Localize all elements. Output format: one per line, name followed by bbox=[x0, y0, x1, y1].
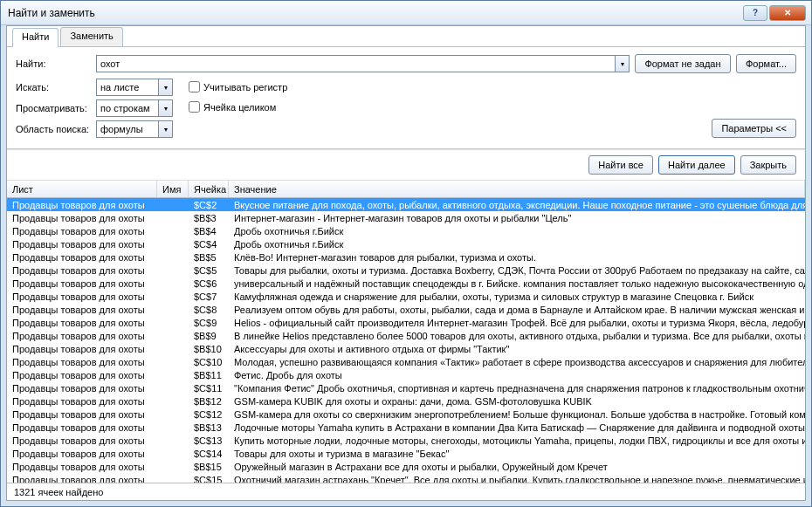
table-row[interactable]: Продавцы товаров для охоты$B$10Аксессуар… bbox=[7, 342, 805, 355]
cell-value: Клёв-Во! Интернет-магазин товаров для ры… bbox=[229, 252, 805, 263]
cell-sheet: Продавцы товаров для охоты bbox=[7, 331, 157, 341]
direction-value bbox=[97, 100, 158, 116]
cell-sheet: Продавцы товаров для охоты bbox=[7, 213, 157, 223]
col-value[interactable]: Значение bbox=[229, 181, 805, 197]
table-row[interactable]: Продавцы товаров для охоты$C$8Реализуем … bbox=[7, 303, 805, 316]
search-in-select[interactable]: ▾ bbox=[96, 79, 173, 96]
table-row[interactable]: Продавцы товаров для охоты$C$4Дробь охот… bbox=[7, 237, 805, 250]
table-row[interactable]: Продавцы товаров для охоты$C$14Товары дл… bbox=[7, 447, 805, 460]
table-row[interactable]: Продавцы товаров для охоты$C$2Вкусное пи… bbox=[7, 198, 805, 211]
table-row[interactable]: Продавцы товаров для охоты$B$13Лодочные … bbox=[7, 421, 805, 434]
table-row[interactable]: Продавцы товаров для охоты$B$12GSM-камер… bbox=[7, 394, 805, 408]
window-close-button[interactable]: ✕ bbox=[769, 5, 806, 21]
cell-sheet: Продавцы товаров для охоты bbox=[7, 370, 157, 380]
cell-ref: $B$4 bbox=[189, 226, 229, 236]
results-body[interactable]: Продавцы товаров для охоты$C$2Вкусное пи… bbox=[7, 198, 805, 483]
col-name[interactable]: Имя bbox=[157, 181, 189, 197]
search-in-value bbox=[97, 79, 158, 95]
cell-value: Интернет-магазин - Интернет-магазин това… bbox=[229, 213, 805, 223]
table-row[interactable]: Продавцы товаров для охоты$C$9Helios - о… bbox=[7, 316, 805, 329]
table-row[interactable]: Продавцы товаров для охоты$C$6универсаль… bbox=[7, 277, 805, 290]
chevron-down-icon[interactable]: ▾ bbox=[158, 79, 172, 95]
table-row[interactable]: Продавцы товаров для охоты$B$11Фетис. Др… bbox=[7, 368, 805, 381]
lookin-select[interactable]: ▾ bbox=[96, 120, 173, 138]
chevron-down-icon[interactable]: ▾ bbox=[158, 121, 172, 137]
cell-ref: $C$14 bbox=[189, 449, 229, 459]
cell-sheet: Продавцы товаров для охоты bbox=[7, 291, 157, 302]
find-next-button[interactable]: Найти далее bbox=[658, 155, 735, 175]
direction-label: Просматривать: bbox=[16, 103, 96, 113]
table-row[interactable]: Продавцы товаров для охоты$C$11"Компания… bbox=[7, 381, 805, 394]
cell-value: Лодочные моторы Yamaha купить в Астрахан… bbox=[229, 422, 805, 433]
whole-cell-input[interactable] bbox=[189, 101, 200, 113]
format-status-button[interactable]: Формат не задан bbox=[635, 54, 731, 73]
cell-value: Купить моторные лодки, лодочные моторы, … bbox=[229, 435, 805, 446]
table-row[interactable]: Продавцы товаров для охоты$C$10Молодая, … bbox=[7, 355, 805, 368]
action-row: Найти все Найти далее Закрыть bbox=[7, 149, 805, 181]
titlebar: Найти и заменить ? ✕ bbox=[1, 1, 811, 25]
direction-select[interactable]: ▾ bbox=[96, 99, 173, 117]
cell-sheet: Продавцы товаров для охоты bbox=[7, 422, 157, 433]
cell-ref: $B$13 bbox=[189, 422, 229, 433]
cell-value: Реализуем оптом обувь для работы, охоты,… bbox=[229, 305, 805, 315]
tab-find[interactable]: Найти bbox=[12, 28, 58, 47]
table-row[interactable]: Продавцы товаров для охоты$C$15Охотничий… bbox=[7, 473, 805, 483]
close-button[interactable]: Закрыть bbox=[740, 155, 796, 175]
table-row[interactable]: Продавцы товаров для охоты$C$7Камуфляжна… bbox=[7, 290, 805, 303]
cell-sheet: Продавцы товаров для охоты bbox=[7, 409, 157, 420]
table-row[interactable]: Продавцы товаров для охоты$B$15Оружейный… bbox=[7, 460, 805, 473]
cell-ref: $B$12 bbox=[189, 396, 229, 407]
cell-value: Камуфляжная одежда и снаряжение для рыба… bbox=[229, 291, 805, 302]
cell-value: В линейке Helios представлено более 5000… bbox=[229, 331, 805, 341]
table-row[interactable]: Продавцы товаров для охоты$C$5Товары для… bbox=[7, 264, 805, 277]
lookin-value bbox=[97, 121, 158, 137]
cell-sheet: Продавцы товаров для охоты bbox=[7, 305, 157, 315]
cell-ref: $C$11 bbox=[189, 383, 229, 394]
find-all-button[interactable]: Найти все bbox=[588, 155, 653, 175]
cell-ref: $B$11 bbox=[189, 370, 229, 380]
table-row[interactable]: Продавцы товаров для охоты$C$13Купить мо… bbox=[7, 434, 805, 447]
cell-ref: $C$10 bbox=[189, 357, 229, 367]
cell-ref: $C$15 bbox=[189, 475, 229, 483]
table-row[interactable]: Продавцы товаров для охоты$B$5Клёв-Во! И… bbox=[7, 250, 805, 264]
match-case-input[interactable] bbox=[189, 81, 200, 92]
parameters-button[interactable]: Параметры << bbox=[712, 119, 796, 138]
cell-sheet: Продавцы товаров для охоты bbox=[7, 435, 157, 446]
cell-value: Товары для охоты и туризма в магазине "Б… bbox=[229, 449, 805, 459]
cell-value: Вкусное питание для похода, охоты, рыбал… bbox=[229, 200, 805, 210]
cell-sheet: Продавцы товаров для охоты bbox=[7, 357, 157, 367]
format-button[interactable]: Формат... bbox=[736, 54, 796, 73]
help-button[interactable]: ? bbox=[743, 5, 767, 21]
cell-value: Товары для рыбалки, охоты и туризма. Дос… bbox=[229, 265, 805, 276]
status-bar: 1321 ячеек найдено bbox=[7, 483, 805, 500]
whole-cell-checkbox[interactable]: Ячейка целиком bbox=[185, 99, 287, 115]
cell-value: Оружейный магазин в Астрахани все для ох… bbox=[229, 462, 805, 472]
cell-value: Охотничий магазин астрахань "Кречет". Вс… bbox=[229, 475, 805, 483]
whole-cell-label: Ячейка целиком bbox=[203, 102, 276, 113]
table-row[interactable]: Продавцы товаров для охоты$B$3Интернет-м… bbox=[7, 211, 805, 224]
tab-replace[interactable]: Заменить bbox=[60, 27, 122, 46]
cell-value: Аксессуары для охоты и активного отдыха … bbox=[229, 344, 805, 354]
find-input-wrap: ▾ bbox=[96, 55, 630, 72]
cell-ref: $C$2 bbox=[189, 200, 229, 210]
cell-value: универсальный и надёжный поставщик спецо… bbox=[229, 278, 805, 289]
cell-sheet: Продавцы товаров для охоты bbox=[7, 239, 157, 250]
table-row[interactable]: Продавцы товаров для охоты$B$4Дробь охот… bbox=[7, 224, 805, 237]
lookin-label: Область поиска: bbox=[16, 124, 96, 134]
col-cell[interactable]: Ячейка bbox=[189, 181, 229, 197]
find-input[interactable] bbox=[97, 56, 615, 72]
chevron-down-icon[interactable]: ▾ bbox=[158, 100, 172, 116]
find-label: Найти: bbox=[16, 58, 96, 69]
results-area: Лист Имя Ячейка Значение Продавцы товаро… bbox=[7, 181, 805, 483]
match-case-checkbox[interactable]: Учитывать регистр bbox=[185, 79, 287, 95]
table-row[interactable]: Продавцы товаров для охоты$B$9В линейке … bbox=[7, 329, 805, 342]
cell-sheet: Продавцы товаров для охоты bbox=[7, 318, 157, 328]
find-history-dropdown[interactable]: ▾ bbox=[615, 56, 629, 72]
cell-ref: $C$13 bbox=[189, 435, 229, 446]
cell-sheet: Продавцы товаров для охоты bbox=[7, 462, 157, 472]
cell-sheet: Продавцы товаров для охоты bbox=[7, 265, 157, 276]
table-row[interactable]: Продавцы товаров для охоты$C$12GSM-камер… bbox=[7, 408, 805, 421]
col-sheet[interactable]: Лист bbox=[7, 181, 157, 197]
cell-value: Helios - официальный сайт производителя … bbox=[229, 318, 805, 328]
cell-sheet: Продавцы товаров для охоты bbox=[7, 396, 157, 407]
